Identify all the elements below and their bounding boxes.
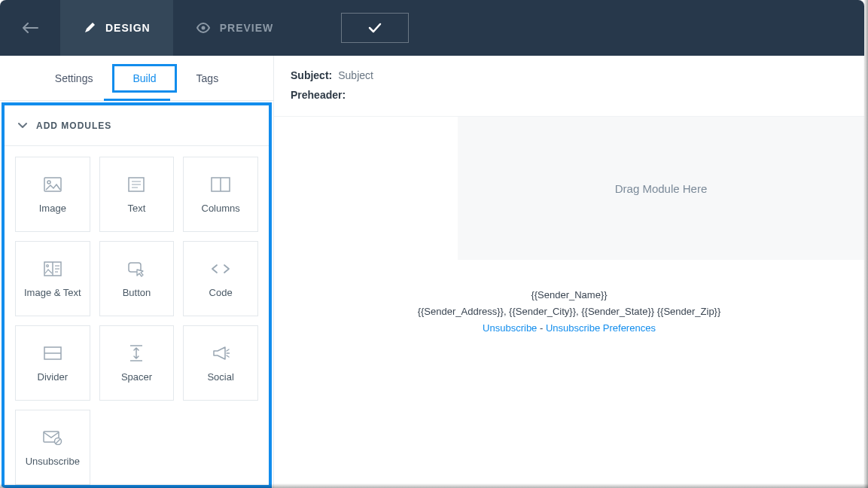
module-label: Social	[207, 371, 233, 383]
button-icon	[128, 260, 145, 278]
module-label: Text	[128, 203, 146, 214]
svg-point-2	[47, 181, 50, 184]
email-canvas: Drag Module Here {{Sender_Name}} {{Sende…	[274, 117, 864, 488]
modules-section-header[interactable]: ADD MODULES	[5, 105, 269, 146]
left-panel: Settings Build Tags ADD MODULES	[0, 56, 274, 488]
subject-label: Subject:	[291, 69, 332, 81]
subtab-bar: Settings Build Tags	[0, 56, 273, 101]
top-bar: DESIGN PREVIEW	[0, 0, 864, 56]
confirm-button[interactable]	[341, 13, 409, 43]
module-unsubscribe[interactable]: Unsubscribe	[15, 410, 90, 485]
svg-point-0	[201, 26, 205, 30]
module-dropzone[interactable]: Drag Module Here	[458, 117, 864, 260]
module-label: Divider	[38, 371, 68, 383]
module-label: Columns	[202, 203, 240, 214]
module-button[interactable]: Button	[99, 241, 175, 316]
tab-preview[interactable]: PREVIEW	[173, 0, 297, 56]
columns-icon	[211, 175, 230, 194]
chevron-down-icon	[18, 123, 27, 129]
email-footer: {{Sender_Name}} {{Sender_Address}}, {{Se…	[274, 287, 864, 337]
megaphone-icon	[212, 344, 230, 362]
module-image-text[interactable]: Image & Text	[15, 241, 90, 316]
module-label: Spacer	[121, 371, 152, 383]
image-text-icon	[44, 260, 62, 278]
image-icon	[44, 175, 62, 194]
tab-preview-label: PREVIEW	[220, 22, 274, 34]
arrow-left-icon	[22, 23, 38, 33]
module-code[interactable]: Code	[183, 241, 258, 316]
divider-icon	[44, 344, 62, 362]
module-image[interactable]: Image	[15, 157, 90, 232]
check-icon	[368, 23, 382, 33]
back-button[interactable]	[0, 0, 60, 56]
tab-design-label: DESIGN	[105, 22, 151, 34]
body-area: Settings Build Tags ADD MODULES	[0, 56, 864, 488]
subtab-build[interactable]: Build	[112, 64, 176, 93]
preheader-row: Preheader:	[291, 89, 848, 101]
separator: -	[537, 322, 546, 334]
tab-design[interactable]: DESIGN	[60, 0, 173, 56]
module-label: Image	[39, 203, 66, 214]
email-meta: Subject: Subject Preheader:	[274, 56, 864, 117]
preheader-label: Preheader:	[291, 89, 346, 101]
module-label: Image & Text	[24, 287, 81, 298]
modules-section-title: ADD MODULES	[36, 120, 111, 131]
module-spacer[interactable]: Spacer	[99, 325, 175, 401]
subtab-tags[interactable]: Tags	[178, 66, 237, 90]
module-label: Unsubscribe	[26, 456, 80, 467]
dropzone-text: Drag Module Here	[615, 182, 708, 195]
sender-name: {{Sender_Name}}	[289, 287, 849, 303]
unsubscribe-line: Unsubscribe - Unsubscribe Preferences	[289, 320, 849, 337]
module-label: Code	[209, 287, 233, 298]
sender-address: {{Sender_Address}}, {{Sender_City}}, {{S…	[289, 303, 849, 320]
subject-row: Subject: Subject	[291, 69, 848, 81]
module-label: Button	[123, 287, 151, 298]
code-icon	[211, 260, 230, 278]
subject-value[interactable]: Subject	[338, 69, 373, 81]
module-text[interactable]: Text	[99, 157, 175, 232]
module-divider[interactable]: Divider	[15, 325, 90, 401]
unsubscribe-link[interactable]: Unsubscribe	[483, 322, 537, 334]
module-columns[interactable]: Columns	[183, 157, 258, 232]
app-shell: DESIGN PREVIEW Settings Build Tags	[0, 0, 864, 488]
brush-icon	[83, 21, 96, 35]
right-panel: Subject: Subject Preheader: Drag Module …	[274, 56, 864, 488]
modules-grid: Image Text Columns	[5, 146, 269, 488]
eye-icon	[196, 23, 211, 33]
unsubscribe-icon	[43, 429, 62, 447]
subtab-settings[interactable]: Settings	[37, 66, 111, 90]
text-icon	[128, 175, 145, 194]
module-social[interactable]: Social	[183, 325, 258, 401]
active-tab-indicator	[104, 99, 170, 101]
modules-section: ADD MODULES Image Text	[2, 102, 272, 488]
spacer-icon	[129, 344, 143, 362]
svg-point-14	[46, 264, 48, 267]
unsubscribe-preferences-link[interactable]: Unsubscribe Preferences	[546, 322, 656, 334]
